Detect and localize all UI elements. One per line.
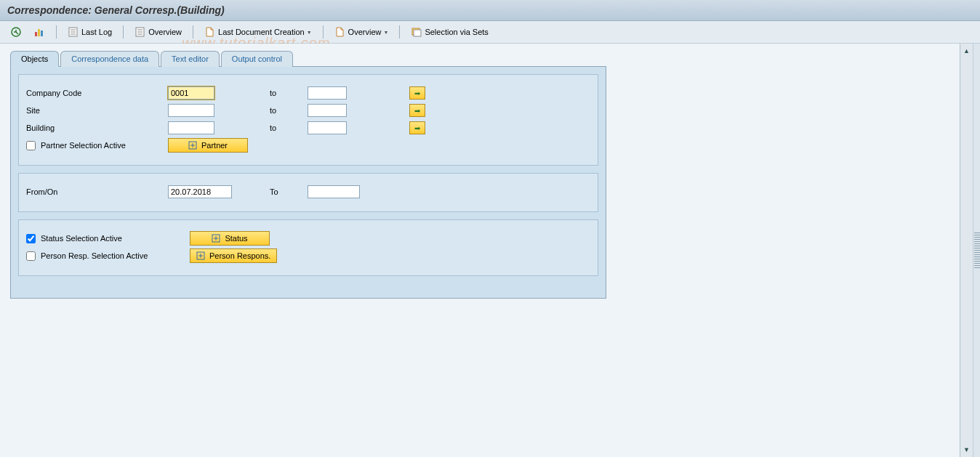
document-icon — [334, 26, 346, 38]
row-person-resp-selection: Person Resp. Selection Active Person Res… — [26, 248, 590, 264]
scroll-up-button[interactable]: ▲ — [962, 46, 972, 56]
title-bar: Correspondence: General Corresp.(Buildin… — [0, 0, 980, 21]
tab-output-control-label: Output control — [232, 54, 282, 63]
overview2-label: Overview — [348, 28, 382, 36]
overview1-button[interactable]: Overview — [132, 25, 185, 39]
sets-icon — [411, 26, 422, 38]
svg-rect-3 — [41, 31, 43, 36]
list-icon — [68, 26, 79, 38]
expand-icon — [196, 251, 205, 260]
person-respons-button[interactable]: Person Respons. — [190, 248, 277, 263]
company-code-from-input[interactable] — [168, 86, 214, 100]
from-date-input[interactable] — [168, 185, 232, 198]
chevron-down-icon: ▼ — [307, 30, 312, 35]
svg-rect-1 — [35, 32, 37, 36]
toolbar-divider — [193, 25, 193, 39]
application-toolbar: Last Log Overview Last Document Creation… — [0, 21, 980, 44]
company-code-range-button[interactable]: ➡ — [409, 86, 425, 100]
date-group: From/On To — [18, 173, 598, 212]
tab-output-control[interactable]: Output control — [221, 51, 293, 67]
label-status-selection: Status Selection Active — [26, 234, 190, 243]
label-to: to — [270, 106, 308, 115]
label-to-cap: To — [270, 187, 308, 196]
page-title: Correspondence: General Corresp.(Buildin… — [7, 4, 225, 16]
row-partner-selection: Partner Selection Active Partner — [26, 137, 590, 153]
list-icon — [134, 26, 146, 38]
toolbar-divider — [399, 25, 400, 39]
svg-rect-2 — [38, 29, 40, 36]
side-panel-toggle[interactable] — [973, 44, 980, 457]
person-resp-selection-text: Person Resp. Selection Active — [41, 251, 148, 260]
partner-selection-checkbox[interactable] — [26, 141, 36, 150]
status-button-label: Status — [225, 234, 247, 243]
tab-objects[interactable]: Objects — [10, 51, 59, 67]
selection-via-sets-button[interactable]: Selection via Sets — [408, 25, 491, 39]
selection-group-main: Company Code to ➡ Sit — [18, 74, 598, 166]
toolbar-divider — [323, 25, 324, 39]
row-company-code: Company Code to ➡ — [26, 85, 590, 101]
row-site: Site to ➡ — [26, 102, 590, 118]
building-to-input[interactable] — [308, 121, 347, 134]
person-resp-selection-checkbox[interactable] — [26, 251, 36, 261]
vertical-scrollbar[interactable]: ▲ ▼ — [960, 44, 973, 457]
chevron-down-icon: ▼ — [383, 30, 388, 35]
row-status-selection: Status Selection Active Status — [26, 230, 590, 246]
label-person-resp-selection: Person Resp. Selection Active — [26, 251, 190, 261]
company-code-to-input[interactable] — [308, 86, 347, 100]
to-date-input[interactable] — [308, 185, 360, 198]
tab-objects-label: Objects — [21, 54, 48, 63]
tab-strip: Objects Correspondence data Text editor … — [10, 51, 952, 67]
arrow-right-icon: ➡ — [414, 107, 420, 115]
main-area: Objects Correspondence data Text editor … — [0, 44, 980, 457]
row-building: Building to ➡ — [26, 120, 590, 136]
tab-correspondence-data[interactable]: Correspondence data — [60, 51, 159, 67]
tab-text-editor[interactable]: Text editor — [161, 51, 220, 67]
label-company-code: Company Code — [26, 89, 168, 97]
label-to: to — [270, 124, 308, 132]
chart-button[interactable] — [31, 25, 48, 39]
site-from-input[interactable] — [168, 104, 214, 117]
status-button[interactable]: Status — [190, 231, 270, 246]
building-from-input[interactable] — [168, 121, 214, 134]
building-range-button[interactable]: ➡ — [409, 121, 425, 134]
label-to: to — [270, 89, 308, 97]
tab-correspondence-data-label: Correspondence data — [71, 54, 148, 63]
toolbar-divider — [123, 25, 124, 39]
tab-text-editor-label: Text editor — [172, 54, 209, 63]
last-doc-creation-button[interactable]: Last Document Creation ▼ — [201, 25, 315, 39]
last-log-label: Last Log — [81, 28, 112, 36]
status-selection-checkbox[interactable] — [26, 234, 36, 243]
document-icon — [204, 26, 216, 38]
status-selection-text: Status Selection Active — [41, 234, 122, 243]
execute-icon — [10, 26, 22, 38]
scroll-down-button[interactable]: ▼ — [962, 445, 972, 455]
svg-rect-13 — [414, 30, 421, 36]
person-respons-button-label: Person Respons. — [209, 251, 270, 260]
site-to-input[interactable] — [308, 104, 347, 117]
partner-button-label: Partner — [201, 141, 228, 150]
site-range-button[interactable]: ➡ — [409, 104, 425, 117]
partner-selection-text: Partner Selection Active — [41, 141, 126, 150]
label-site: Site — [26, 106, 168, 115]
content-pane: Objects Correspondence data Text editor … — [0, 44, 960, 457]
partner-button[interactable]: Partner — [168, 138, 248, 153]
arrow-right-icon: ➡ — [414, 89, 420, 97]
chart-icon — [33, 26, 45, 38]
label-building: Building — [26, 124, 168, 132]
label-from-on: From/On — [26, 187, 168, 196]
expand-icon — [188, 141, 197, 150]
row-from-on: From/On To — [26, 184, 590, 200]
execute-button[interactable] — [7, 25, 25, 39]
label-partner-selection: Partner Selection Active — [26, 141, 168, 150]
grip-icon — [974, 232, 980, 269]
selection-via-sets-label: Selection via Sets — [425, 28, 488, 36]
last-log-button[interactable]: Last Log — [65, 25, 115, 39]
last-doc-creation-label: Last Document Creation — [218, 28, 305, 36]
status-group: Status Selection Active Status — [18, 219, 598, 276]
expand-icon — [212, 234, 220, 243]
toolbar-divider — [56, 25, 57, 39]
arrow-right-icon: ➡ — [414, 124, 420, 132]
overview1-label: Overview — [148, 28, 182, 36]
tab-panel-objects: Company Code to ➡ Sit — [10, 66, 606, 299]
overview2-button[interactable]: Overview ▼ — [332, 25, 392, 39]
